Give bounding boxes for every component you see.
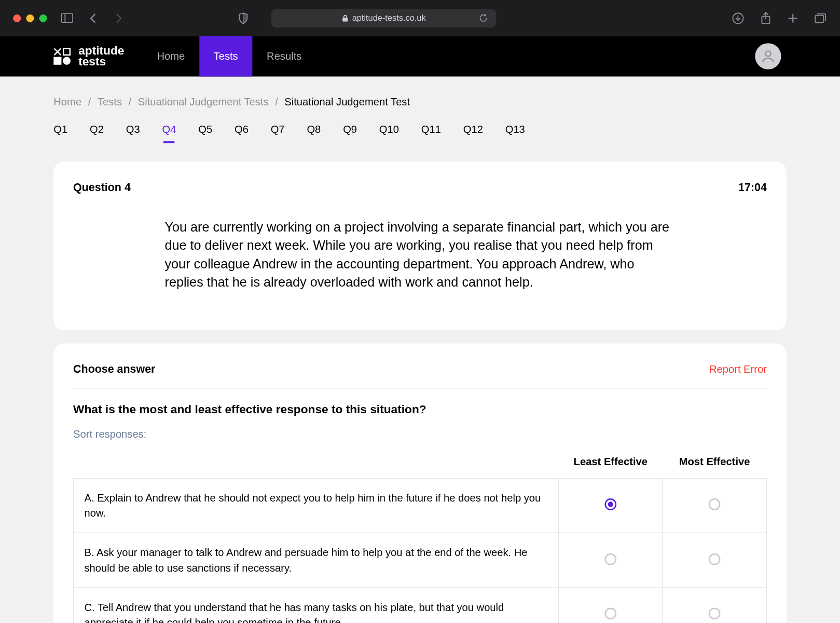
close-window-button[interactable] <box>13 14 21 22</box>
svg-rect-0 <box>61 13 72 22</box>
downloads-icon[interactable] <box>732 11 745 24</box>
most-effective-radio[interactable] <box>709 553 721 565</box>
forward-button-icon[interactable] <box>113 11 126 24</box>
svg-point-6 <box>765 51 770 56</box>
answer-table: Least Effective Most Effective A. Explai… <box>73 450 767 623</box>
tab-q3[interactable]: Q3 <box>126 124 140 142</box>
crumb-home[interactable]: Home <box>53 96 81 108</box>
tab-overview-icon[interactable] <box>814 11 827 24</box>
question-number-label: Question 4 <box>73 181 131 194</box>
tab-q2[interactable]: Q2 <box>90 124 104 142</box>
answer-row: B. Ask your manager to talk to Andrew an… <box>74 533 767 588</box>
lock-icon <box>341 14 348 22</box>
svg-rect-5 <box>815 15 823 22</box>
least-effective-radio[interactable] <box>604 607 616 619</box>
tab-q10[interactable]: Q10 <box>379 124 399 142</box>
reload-icon[interactable] <box>476 11 489 24</box>
url-text: aptitude-tests.co.uk <box>352 13 426 23</box>
crumb-tests[interactable]: Tests <box>98 96 122 108</box>
nav-tests[interactable]: Tests <box>199 36 252 76</box>
answer-option-text: A. Explain to Andrew that he should not … <box>74 479 559 533</box>
main-nav: Home Tests Results <box>143 36 316 76</box>
privacy-shield-icon[interactable] <box>237 11 250 24</box>
crumb-current: Situational Judgement Test <box>284 96 410 108</box>
tab-q8[interactable]: Q8 <box>307 124 321 142</box>
user-avatar[interactable] <box>755 43 781 69</box>
logo-mark-icon <box>53 48 71 65</box>
timer-display: 17:04 <box>738 181 767 194</box>
sort-responses-toggle[interactable]: Sort responses: <box>73 428 767 440</box>
nav-home[interactable]: Home <box>143 36 199 76</box>
tab-q7[interactable]: Q7 <box>271 124 285 142</box>
tab-q13[interactable]: Q13 <box>505 124 525 142</box>
answer-prompt: What is the most and least effective res… <box>73 403 767 416</box>
tab-q12[interactable]: Q12 <box>463 124 483 142</box>
col-least-effective: Least Effective <box>559 450 663 479</box>
report-error-link[interactable]: Report Error <box>709 364 767 376</box>
new-tab-icon[interactable] <box>787 11 800 24</box>
app-header: aptitude tests Home Tests Results <box>0 36 840 76</box>
answer-row: C. Tell Andrew that you understand that … <box>74 588 767 623</box>
col-most-effective: Most Effective <box>663 450 766 479</box>
least-effective-radio[interactable] <box>604 553 616 565</box>
tab-q6[interactable]: Q6 <box>235 124 249 142</box>
most-effective-radio[interactable] <box>709 498 721 510</box>
tab-q11[interactable]: Q11 <box>421 124 441 142</box>
tab-q1[interactable]: Q1 <box>53 124 67 142</box>
crumb-sjt-list[interactable]: Situational Judgement Tests <box>138 96 269 108</box>
back-button-icon[interactable] <box>86 11 99 24</box>
address-bar[interactable]: aptitude-tests.co.uk <box>271 9 496 27</box>
nav-results[interactable]: Results <box>252 36 316 76</box>
answer-option-text: C. Tell Andrew that you understand that … <box>74 588 559 623</box>
person-icon <box>760 48 776 64</box>
most-effective-radio[interactable] <box>709 607 721 619</box>
browser-toolbar: aptitude-tests.co.uk <box>0 0 840 36</box>
brand-name: aptitude tests <box>78 45 124 67</box>
share-icon[interactable] <box>759 11 772 24</box>
brand-logo[interactable]: aptitude tests <box>53 45 124 67</box>
answer-card: Choose answer Report Error What is the m… <box>53 343 786 623</box>
answer-row: A. Explain to Andrew that he should not … <box>74 479 767 533</box>
question-tabs: Q1 Q2 Q3 Q4 Q5 Q6 Q7 Q8 Q9 Q10 Q11 Q12 Q… <box>53 124 786 142</box>
minimize-window-button[interactable] <box>26 14 34 22</box>
tab-q5[interactable]: Q5 <box>198 124 212 142</box>
least-effective-radio[interactable] <box>604 498 616 510</box>
tab-q4[interactable]: Q4 <box>162 124 176 142</box>
scenario-text: You are currently working on a project i… <box>73 218 767 311</box>
question-card: Question 4 17:04 You are currently worki… <box>53 161 786 330</box>
maximize-window-button[interactable] <box>39 14 47 22</box>
window-controls <box>13 14 47 22</box>
svg-rect-2 <box>342 17 348 21</box>
sidebar-toggle-icon[interactable] <box>60 11 73 24</box>
breadcrumb: Home / Tests / Situational Judgement Tes… <box>53 96 786 108</box>
answer-option-text: B. Ask your manager to talk to Andrew an… <box>74 533 559 588</box>
choose-answer-label: Choose answer <box>73 363 155 376</box>
tab-q9[interactable]: Q9 <box>343 124 357 142</box>
